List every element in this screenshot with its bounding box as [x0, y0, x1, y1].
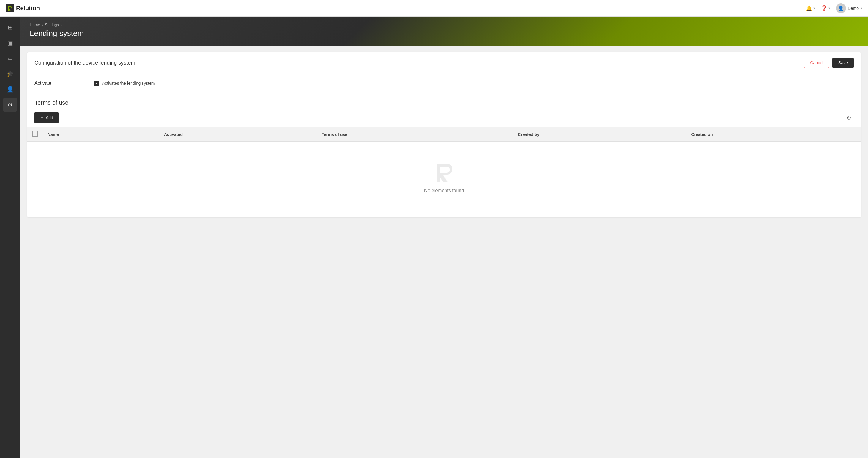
page-title: Lending system: [30, 29, 859, 38]
sidebar-item-devices[interactable]: ▣: [3, 36, 17, 50]
content-area: Configuration of the device lending syst…: [20, 47, 868, 458]
terms-table: Name Activated Terms of use Created by C…: [27, 127, 861, 142]
sidebar: ⊞ ▣ ▭ 🎓 👤 ⚙: [0, 17, 20, 458]
bell-icon: 🔔: [806, 5, 812, 11]
save-button[interactable]: Save: [832, 58, 854, 68]
main-content: Home › Settings › Lending system Configu…: [20, 17, 868, 458]
user-chevron: ▾: [861, 6, 862, 10]
sidebar-item-mobile[interactable]: ▭: [3, 51, 17, 65]
card-actions: Cancel Save: [804, 58, 854, 68]
devices-icon: ▣: [7, 39, 13, 47]
sidebar-item-users[interactable]: 👤: [3, 82, 17, 96]
table-toolbar: ＋ Add ⋮ ↻: [27, 109, 861, 127]
table-header-row: Name Activated Terms of use Created by C…: [27, 127, 861, 142]
brand-name: Relution: [16, 5, 40, 11]
th-checkbox-col: [27, 127, 43, 142]
empty-state-icon: [432, 160, 456, 183]
main-layout: ⊞ ▣ ▭ 🎓 👤 ⚙ Home › Settings › Lending sy…: [0, 17, 868, 458]
plus-icon: ＋: [40, 115, 44, 120]
dashboard-icon: ⊞: [8, 24, 13, 31]
page-header: Home › Settings › Lending system: [20, 17, 868, 47]
th-activated: Activated: [159, 127, 317, 142]
breadcrumb-sep-2: ›: [61, 23, 62, 27]
mobile-icon: ▭: [8, 55, 12, 62]
cancel-button[interactable]: Cancel: [804, 58, 829, 68]
breadcrumb-home[interactable]: Home: [30, 23, 40, 27]
more-icon: ⋮: [64, 115, 69, 121]
avatar: 👤: [836, 3, 846, 13]
topnav-right: 🔔 ▾ ❓ ▾ 👤 Demo ▾: [806, 3, 862, 13]
user-name: Demo: [848, 6, 859, 11]
card-header: Configuration of the device lending syst…: [27, 52, 861, 74]
more-options-button[interactable]: ⋮: [61, 113, 71, 123]
notifications-chevron: ▾: [813, 6, 815, 10]
card-title: Configuration of the device lending syst…: [34, 60, 135, 66]
add-button[interactable]: ＋ Add: [34, 112, 59, 123]
add-label: Add: [46, 115, 53, 120]
help-icon: ❓: [821, 5, 827, 11]
activate-checkbox-area: ✓ Activates the lending system: [94, 81, 155, 86]
activate-label: Activate: [34, 81, 94, 86]
avatar-icon: 👤: [838, 5, 844, 11]
select-all-checkbox[interactable]: [32, 131, 38, 137]
empty-state: No elements found: [27, 142, 861, 217]
sidebar-item-dashboard[interactable]: ⊞: [3, 20, 17, 34]
education-icon: 🎓: [6, 70, 14, 77]
refresh-button[interactable]: ↻: [844, 113, 854, 123]
th-terms-of-use: Terms of use: [317, 127, 513, 142]
user-menu[interactable]: 👤 Demo ▾: [836, 3, 862, 13]
table-toolbar-left: ＋ Add ⋮: [34, 112, 71, 123]
activate-section: Activate ✓ Activates the lending system: [27, 74, 861, 93]
refresh-icon: ↻: [846, 114, 851, 121]
main-card: Configuration of the device lending syst…: [27, 52, 861, 217]
th-name: Name: [43, 127, 159, 142]
th-created-by: Created by: [513, 127, 686, 142]
activate-checkbox-label: Activates the lending system: [102, 81, 155, 86]
help-chevron: ▾: [829, 6, 830, 10]
settings-icon: ⚙: [7, 101, 13, 108]
relution-logo-icon: [6, 4, 14, 12]
help-button[interactable]: ❓ ▾: [821, 5, 830, 11]
table-wrapper: Name Activated Terms of use Created by C…: [27, 127, 861, 142]
sidebar-item-education[interactable]: 🎓: [3, 67, 17, 81]
terms-section: Terms of use: [27, 93, 861, 109]
brand-logo: Relution: [6, 4, 40, 12]
users-icon: 👤: [6, 86, 14, 93]
th-created-on: Created on: [686, 127, 861, 142]
breadcrumb: Home › Settings ›: [30, 23, 859, 27]
breadcrumb-sep-1: ›: [42, 23, 43, 27]
breadcrumb-settings[interactable]: Settings: [45, 23, 59, 27]
top-nav: Relution 🔔 ▾ ❓ ▾ 👤 Demo ▾: [0, 0, 868, 17]
activate-checkbox[interactable]: ✓: [94, 81, 99, 86]
sidebar-item-settings[interactable]: ⚙: [3, 97, 17, 112]
empty-message: No elements found: [424, 188, 464, 193]
terms-title: Terms of use: [34, 99, 854, 106]
notifications-button[interactable]: 🔔 ▾: [806, 5, 815, 11]
